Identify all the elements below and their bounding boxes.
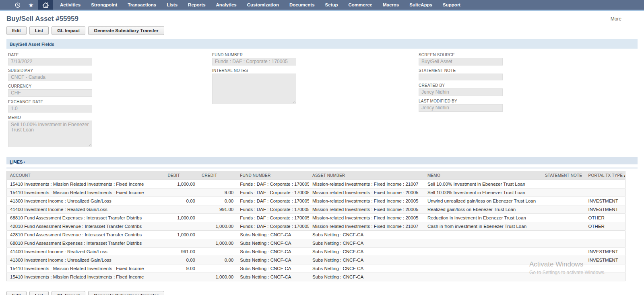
asset-number-cell: Subs Netting : CNCF-CA [309, 248, 424, 256]
nav-item-transactions[interactable]: Transactions [122, 0, 161, 10]
account-cell: 15410 Investments : Mission Related Inve… [7, 264, 165, 273]
portal-tx-type-cell [585, 273, 625, 281]
field-internal-notes: INTERNAL NOTES [212, 68, 296, 104]
portal-tx-type-cell [585, 180, 625, 188]
credit-cell: 0.00 [198, 256, 237, 264]
statement-note-cell [542, 231, 585, 239]
nav-item-macros[interactable]: Macros [378, 0, 404, 10]
debit-cell [164, 222, 198, 231]
debit-cell: 991.00 [164, 248, 198, 256]
page-header: Buy/Sell Asset #55959 More [6, 15, 638, 23]
lines-tab-bar: LINES• [6, 157, 638, 164]
debit-cell: 1,000.00 [164, 180, 198, 188]
fund-number-cell: Funds : DAF : Corporate : 170005 [237, 222, 309, 231]
nav-item-analytics[interactable]: Analytics [211, 0, 242, 10]
gl-impact-button[interactable]: GL Impact [52, 26, 85, 35]
header-actions: Edit List GL Impact Generate Subsidiary … [6, 26, 638, 35]
portal-tx-type-cell: INVESTMENT [585, 197, 625, 205]
fields-area: DATE 7/13/2022 SUBSIDIARY CNCF - Canada … [6, 49, 638, 154]
nav-item-support[interactable]: Support [438, 0, 466, 10]
more-link[interactable]: More [611, 16, 621, 22]
edit-button[interactable]: Edit [6, 26, 27, 35]
history-icon[interactable] [10, 0, 24, 10]
resize-grip-icon[interactable] [88, 143, 91, 146]
nav-accent-line [0, 10, 644, 11]
fund-number-cell: Subs Netting : CNCF-CA [237, 264, 309, 273]
memo-text: Sell 10.00% Investment in Ebenezer Trust… [11, 122, 89, 133]
portal-tx-type-cell [585, 231, 625, 239]
generate-subsidiary-transfer-button[interactable]: Generate Subsidiary Transfer [88, 26, 164, 35]
statement-note-cell [542, 248, 585, 256]
created-by-label: CREATED BY [419, 83, 503, 88]
memo-cell [424, 248, 542, 256]
home-icon[interactable] [38, 0, 53, 10]
nav-item-suiteapps[interactable]: SuiteApps [404, 0, 438, 10]
top-navbar: ★ Activities Strongpoint Transactions Li… [0, 0, 644, 10]
nav-item-activities[interactable]: Activities [55, 0, 86, 10]
memo-label: MEMO [8, 115, 92, 120]
edit-button[interactable]: Edit [6, 291, 27, 295]
credit-cell [198, 231, 237, 239]
asset-number-cell: Subs Netting : CNCF-CA [309, 273, 424, 281]
nav-item-documents[interactable]: Documents [284, 0, 320, 10]
subsidiary-field: CNCF - Canada [8, 74, 92, 81]
portal-tx-type-cell: INVESTMENT [585, 256, 625, 264]
date-label: DATE [8, 53, 92, 57]
internal-notes-textarea [212, 74, 296, 104]
statement-note-cell [542, 180, 585, 188]
column-header-debit: DEBIT [164, 171, 198, 180]
account-cell: 41400 Investment Income : Realized Gain/… [7, 248, 165, 256]
nav-item-reports[interactable]: Reports [183, 0, 211, 10]
credit-cell [198, 264, 237, 273]
memo-cell [424, 264, 542, 273]
fund-number-label: FUND NUMBER [212, 53, 296, 57]
tab-lines[interactable]: LINES• [6, 157, 28, 166]
statement-note-cell [542, 214, 585, 222]
list-button[interactable]: List [29, 291, 49, 295]
credit-cell: 1,000.00 [198, 273, 237, 281]
nav-item-commerce[interactable]: Commerce [343, 0, 378, 10]
account-cell: 68810 Fund Assessment Expenses : Interas… [7, 239, 165, 248]
nav-item-customization[interactable]: Customization [242, 0, 284, 10]
active-tab-notch [13, 162, 17, 164]
gl-impact-button[interactable]: GL Impact [52, 291, 85, 295]
memo-textarea: Sell 10.00% Investment in Ebenezer Trust… [8, 121, 92, 147]
debit-cell [164, 239, 198, 248]
nav-item-setup[interactable]: Setup [320, 0, 343, 10]
lines-table: ACCOUNT DEBIT CREDIT FUND NUMBER ASSET N… [6, 171, 625, 281]
debit-cell: 9.00 [164, 264, 198, 273]
memo-cell: Realized gain/loss on Ebenezer Trust Loa… [424, 205, 542, 214]
generate-subsidiary-transfer-button[interactable]: Generate Subsidiary Transfer [88, 291, 164, 295]
nav-item-strongpoint[interactable]: Strongpoint [86, 0, 122, 10]
fund-number-cell: Subs Netting : CNCF-CA [237, 256, 309, 264]
credit-cell [198, 180, 237, 188]
table-row: 15410 Investments : Mission Related Inve… [7, 188, 625, 197]
asset-number-cell: Mission-related Investments : Fixed Inco… [309, 197, 424, 205]
statement-note-field [419, 74, 503, 80]
nav-item-lists[interactable]: Lists [161, 0, 183, 10]
fields-column-right: SCREEN SOURCE Buy/Sell Asset STATEMENT N… [419, 53, 503, 115]
field-statement-note: STATEMENT NOTE [419, 68, 503, 80]
column-header-credit: CREDIT [198, 171, 237, 180]
account-cell: 42810 Fund Assessment Revenue : Interass… [7, 222, 165, 231]
resize-grip-icon[interactable] [292, 100, 295, 103]
field-date: DATE 7/13/2022 [8, 53, 92, 66]
asset-number-cell: Mission-related Investments : Fixed Inco… [309, 180, 424, 188]
credit-cell [198, 248, 237, 256]
debit-cell: 1,000.00 [164, 214, 198, 222]
field-subsidiary: SUBSIDIARY CNCF - Canada [8, 68, 92, 81]
asset-number-cell: Mission-related Investments : Fixed Inco… [309, 222, 424, 231]
star-icon[interactable]: ★ [24, 0, 38, 10]
account-cell: 41400 Investment Income : Realized Gain/… [7, 205, 165, 214]
fund-number-cell: Funds : DAF : Corporate : 170005 [237, 205, 309, 214]
last-modified-by-field: Jency Nidhin [419, 104, 503, 112]
portal-tx-type-header-label: PORTAL TX TYPE [588, 173, 623, 178]
table-row: 68810 Fund Assessment Expenses : Interas… [7, 214, 625, 222]
column-header-portal-tx-type[interactable]: PORTAL TX TYPE▲ [585, 171, 625, 180]
statement-note-cell [542, 222, 585, 231]
portal-tx-type-cell: OTHER [585, 222, 625, 231]
subsidiary-label: SUBSIDIARY [8, 68, 92, 73]
credit-cell: 9.00 [198, 188, 237, 197]
column-header-asset-number: ASSET NUMBER [309, 171, 424, 180]
list-button[interactable]: List [29, 26, 49, 35]
